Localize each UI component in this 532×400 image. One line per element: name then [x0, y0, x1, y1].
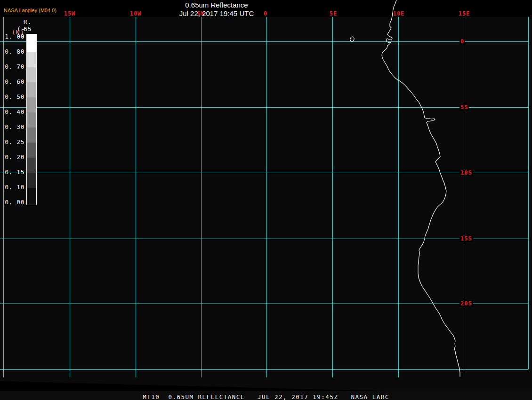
page-title: 0.65um Reflectance: [71, 1, 363, 9]
lat-label-5s: 5S: [459, 104, 469, 111]
lat-label-10s: 10S: [459, 170, 473, 176]
colorbar-tick-030: 0. 30: [1, 124, 24, 130]
header-title-block: 0.65um Reflectance Jul 22, 2017 19:45 UT…: [71, 1, 363, 17]
colorbar-segment: [27, 97, 36, 112]
colorbar-segment: [27, 112, 36, 128]
colorbar-segment: [27, 34, 36, 52]
colorbar-segment: [27, 67, 36, 82]
lon-label-10e: 10E: [385, 10, 413, 17]
colorbar-segment: [27, 158, 36, 173]
colorbar-tick-040: 0. 40: [1, 109, 24, 115]
colorbar-tick-025: 0. 25: [1, 139, 24, 145]
footer-status-text: MT10 0.65UM REFLECTANCE JUL 22, 2017 19:…: [0, 393, 532, 400]
colorbar-tick-000: 0. 00: [1, 199, 24, 206]
colorbar-segment: [27, 188, 36, 205]
colorbar-tick-060: 0. 60: [1, 79, 24, 85]
colorbar-segment: [27, 82, 36, 97]
colorbar-segment: [27, 128, 36, 143]
colorbar-tick-070: 0. 70: [1, 64, 24, 70]
lat-label-0: 0: [459, 39, 465, 45]
footer-status-bar: MT10 0.65UM REFLECTANCE JUL 22, 2017 19:…: [0, 391, 532, 400]
colorbar-tick-080: 0. 80: [1, 48, 24, 55]
island-sao-tome: [350, 36, 355, 42]
satellite-viewer-screen: 15W 10W 5W 0 5E 10E 15E 0 5S 10S 15S 20S…: [0, 0, 532, 400]
colorbar-segment: [27, 143, 36, 158]
lat-label-20s: 20S: [459, 301, 473, 307]
colorbar-segment: [27, 173, 36, 188]
provenance-label: NASA Langley (M04.0): [4, 8, 56, 13]
coastline-layer: [0, 0, 532, 400]
colorbar-tick-100: 1. 00: [1, 33, 24, 40]
coastline-west-africa: [382, 0, 460, 376]
colorbar-tick-015: 0. 15: [1, 169, 24, 176]
grayscale-colorbar: [26, 34, 37, 205]
colorbar-segment: [27, 52, 36, 67]
lat-label-15s: 15S: [459, 236, 473, 242]
page-subtitle-timestamp: Jul 22, 2017 19:45 UTC: [71, 9, 363, 17]
colorbar-tick-010: 0. 10: [1, 184, 24, 191]
colorbar-tick-020: 0. 20: [1, 154, 24, 160]
lon-label-15e: 15E: [450, 10, 478, 17]
colorbar-tick-050: 0. 50: [1, 94, 24, 100]
